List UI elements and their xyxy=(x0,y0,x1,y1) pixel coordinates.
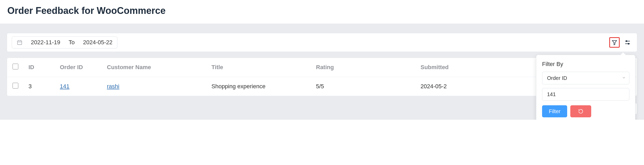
customer-link[interactable]: rashi xyxy=(107,83,119,90)
svg-point-8 xyxy=(628,43,629,44)
order-link[interactable]: 141 xyxy=(60,83,70,90)
date-range-picker[interactable]: 2022-11-19 To 2024-05-22 xyxy=(12,36,117,48)
date-separator: To xyxy=(69,39,75,46)
filter-popover: Filter By Order ID Filter xyxy=(536,55,635,120)
header-checkbox-cell xyxy=(7,58,24,77)
funnel-icon xyxy=(612,40,617,45)
sliders-icon xyxy=(624,39,631,46)
row-checkbox[interactable] xyxy=(13,83,18,89)
cell-title: Shopping experience xyxy=(207,77,311,96)
page-title: Order Feedback for WooCommerce xyxy=(0,0,644,24)
svg-marker-4 xyxy=(612,41,617,45)
column-settings-button[interactable] xyxy=(623,38,632,47)
date-start: 2022-11-19 xyxy=(31,39,60,46)
cell-id: 3 xyxy=(24,77,55,96)
filter-field-value: Order ID xyxy=(547,75,567,81)
date-end: 2024-05-22 xyxy=(83,39,113,46)
header-title: Title xyxy=(207,58,311,77)
filter-reset-button[interactable] xyxy=(570,105,591,117)
cell-order-id: 141 xyxy=(55,77,102,96)
header-order-id: Order ID xyxy=(55,58,102,77)
header-rating: Rating xyxy=(311,58,416,77)
calendar-icon xyxy=(17,40,22,45)
toolbar: 2022-11-19 To 2024-05-22 Filter By xyxy=(7,33,637,52)
cell-rating: 5/5 xyxy=(311,77,416,96)
filter-value-input[interactable] xyxy=(542,88,629,101)
toolbar-actions xyxy=(609,37,632,48)
svg-point-6 xyxy=(626,41,627,42)
cell-customer-name: rashi xyxy=(102,77,207,96)
filter-apply-button[interactable]: Filter xyxy=(542,105,567,117)
filter-popover-actions: Filter xyxy=(542,105,629,117)
header-customer-name: Customer Name xyxy=(102,58,207,77)
select-all-checkbox[interactable] xyxy=(13,64,18,69)
header-id: ID xyxy=(24,58,55,77)
refresh-icon xyxy=(578,109,583,114)
svg-rect-0 xyxy=(18,41,22,45)
filter-popover-title: Filter By xyxy=(542,61,629,68)
filter-button[interactable] xyxy=(609,37,620,48)
filter-field-select[interactable]: Order ID xyxy=(542,72,629,84)
content-area: 2022-11-19 To 2024-05-22 Filter By xyxy=(0,24,644,120)
chevron-down-icon xyxy=(622,75,626,81)
row-checkbox-cell xyxy=(7,77,24,96)
